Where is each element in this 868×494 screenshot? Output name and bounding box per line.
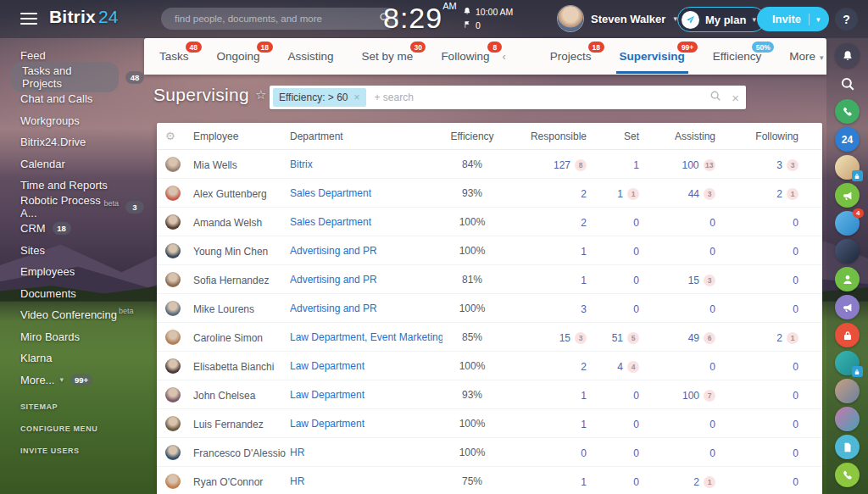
employee-name-link[interactable]: Amanda Welsh bbox=[186, 217, 262, 229]
count-link[interactable]: 0 bbox=[793, 390, 798, 402]
count-link[interactable]: 1 bbox=[581, 476, 587, 488]
column-assisting[interactable]: Assisting bbox=[639, 130, 715, 142]
favorite-star-icon[interactable]: ☆ bbox=[255, 87, 267, 102]
count-link[interactable]: 0 bbox=[793, 217, 798, 229]
search-icon[interactable] bbox=[835, 71, 860, 96]
column-responsible[interactable]: Responsible bbox=[502, 130, 587, 142]
tab-assisting[interactable]: Assisting bbox=[288, 50, 334, 63]
count-link[interactable]: 1 bbox=[633, 159, 639, 171]
employee-name-link[interactable]: Elisabetta Bianchi bbox=[186, 361, 274, 373]
user-menu[interactable]: Steven Walker ▾ bbox=[558, 6, 677, 31]
filter-chip[interactable]: Efficiency: > 60× bbox=[273, 88, 366, 107]
table-row[interactable]: Caroline SimonLaw Department, Event Mark… bbox=[157, 323, 822, 352]
table-row[interactable]: Alex GuttenbergSales Department93%211443… bbox=[157, 179, 822, 208]
table-row[interactable]: John ChelseaLaw Department93%1010070 bbox=[157, 380, 822, 409]
sidebar-item-tasks-and-projects[interactable]: Tasks and Projects48 bbox=[0, 67, 144, 89]
table-row[interactable]: Sofia HernandezAdvertising and PR81%1015… bbox=[157, 265, 822, 294]
employee-name-link[interactable]: Francesco D'Alessio bbox=[186, 447, 286, 459]
tab-supervising[interactable]: Supervising99+ bbox=[620, 50, 685, 63]
sidebar-link-sitemap[interactable]: SITEMAP bbox=[20, 402, 97, 411]
count-link[interactable]: 2 bbox=[581, 217, 587, 229]
table-row[interactable]: Mia WellsBitrix84%127811001333 bbox=[157, 150, 822, 179]
sidebar-item-calendar[interactable]: Calendar bbox=[0, 153, 144, 175]
department-link[interactable]: Sales Department bbox=[290, 187, 442, 199]
employee-name-link[interactable]: Young Min Chen bbox=[186, 246, 268, 258]
chip-close-icon[interactable]: × bbox=[354, 92, 360, 103]
count-link[interactable]: 2 bbox=[581, 361, 587, 373]
count-link[interactable]: 0 bbox=[633, 275, 639, 286]
employee-name-link[interactable]: Mike Lourens bbox=[186, 303, 254, 315]
department-link[interactable]: Sales Department bbox=[290, 216, 442, 228]
count-link[interactable]: 0 bbox=[709, 419, 715, 430]
user-avatar-photo-2[interactable] bbox=[835, 407, 860, 431]
sidebar-link-configure-menu[interactable]: CONFIGURE MENU bbox=[20, 425, 97, 433]
sidebar-item-robotic-process-a[interactable]: Robotic Process A...beta3 bbox=[0, 197, 144, 219]
count-link[interactable]: 44 bbox=[688, 188, 699, 200]
sidebar-item-more[interactable]: More...▾99+ bbox=[0, 369, 144, 391]
security-lock-icon[interactable] bbox=[835, 323, 860, 347]
department-link[interactable]: Law Department, Event Marketing bbox=[290, 331, 442, 343]
sidebar-item-crm[interactable]: CRM18 bbox=[0, 218, 144, 240]
settings-gear-icon[interactable]: ⚙ bbox=[165, 130, 186, 142]
employee-name-link[interactable]: Sofia Hernandez bbox=[186, 275, 269, 286]
count-link[interactable]: 2 bbox=[693, 476, 699, 488]
count-link[interactable]: 0 bbox=[793, 246, 798, 258]
sidebar-item-documents[interactable]: Documents bbox=[0, 283, 144, 305]
count-link[interactable]: 2 bbox=[581, 188, 587, 200]
count-link[interactable]: 0 bbox=[633, 476, 639, 488]
celebration-avatar[interactable] bbox=[835, 155, 860, 180]
employee-name-link[interactable]: Ryan O'Connor bbox=[186, 476, 263, 488]
count-link[interactable]: 0 bbox=[709, 303, 715, 315]
panorama-avatar[interactable] bbox=[835, 239, 860, 264]
department-link[interactable]: HR bbox=[290, 475, 442, 487]
table-row[interactable]: Luis FernandezLaw Department100%1000 bbox=[157, 409, 822, 438]
count-link[interactable]: 0 bbox=[633, 419, 639, 430]
count-link[interactable]: 1 bbox=[581, 419, 587, 430]
count-link[interactable]: 100 bbox=[682, 159, 699, 171]
count-link[interactable]: 0 bbox=[633, 217, 639, 229]
count-link[interactable]: 2 bbox=[776, 188, 782, 200]
department-link[interactable]: Advertising and PR bbox=[290, 303, 442, 314]
announcement-megaphone-icon[interactable] bbox=[835, 183, 860, 208]
help-button[interactable]: ? bbox=[835, 8, 858, 31]
tabs-scroll-left-icon[interactable]: ‹ bbox=[502, 50, 505, 63]
worktime-clock[interactable]: 8:29AM bbox=[383, 1, 457, 35]
count-link[interactable]: 0 bbox=[633, 246, 639, 258]
count-link[interactable]: 0 bbox=[793, 419, 798, 430]
invite-button[interactable]: Invite ▾ bbox=[757, 7, 829, 31]
column-employee[interactable]: Employee bbox=[186, 130, 290, 142]
drive-document-icon[interactable] bbox=[835, 435, 860, 459]
department-link[interactable]: Law Department bbox=[290, 360, 442, 372]
count-link[interactable]: 0 bbox=[709, 246, 715, 258]
employee-name-link[interactable]: Mia Wells bbox=[186, 159, 237, 171]
count-link[interactable]: 0 bbox=[633, 447, 639, 459]
logo[interactable]: Bitrix24 bbox=[49, 7, 119, 27]
bitrix24-badge[interactable]: 24 bbox=[835, 127, 860, 152]
tab-set-by-me[interactable]: Set by me30 bbox=[362, 50, 414, 63]
flag-counter[interactable]: 0 bbox=[463, 19, 513, 32]
sidebar-item-workgroups[interactable]: Workgroups bbox=[0, 110, 144, 132]
count-link[interactable]: 0 bbox=[793, 361, 798, 373]
column-department[interactable]: Department bbox=[290, 130, 442, 142]
clear-filter-icon[interactable]: × bbox=[732, 92, 739, 104]
count-link[interactable]: 0 bbox=[709, 217, 715, 229]
count-link[interactable]: 0 bbox=[709, 361, 715, 373]
count-link[interactable]: 0 bbox=[633, 303, 639, 315]
count-link[interactable]: 1 bbox=[581, 275, 587, 286]
count-link[interactable]: 2 bbox=[776, 332, 782, 344]
department-link[interactable]: Advertising and PR bbox=[290, 245, 442, 257]
notifications-bell-icon[interactable] bbox=[835, 43, 860, 68]
sidebar-item-bitrix24-drive[interactable]: Bitrix24.Drive bbox=[0, 131, 144, 153]
department-link[interactable]: Law Department bbox=[290, 389, 442, 401]
search-icon[interactable] bbox=[709, 90, 732, 105]
employee-name-link[interactable]: Alex Guttenberg bbox=[186, 188, 267, 200]
department-link[interactable]: Law Department bbox=[290, 418, 442, 430]
global-search-input[interactable] bbox=[173, 13, 379, 25]
count-link[interactable]: 1 bbox=[581, 246, 587, 258]
my-plan-button[interactable]: My plan ▾ bbox=[677, 7, 765, 32]
user-avatar-photo[interactable] bbox=[835, 379, 860, 403]
sidebar-item-employees[interactable]: Employees bbox=[0, 261, 144, 283]
count-link[interactable]: 1 bbox=[617, 188, 623, 200]
table-row[interactable]: Young Min ChenAdvertising and PR100%1000 bbox=[157, 236, 822, 265]
tab-following[interactable]: Following8 bbox=[441, 50, 489, 63]
